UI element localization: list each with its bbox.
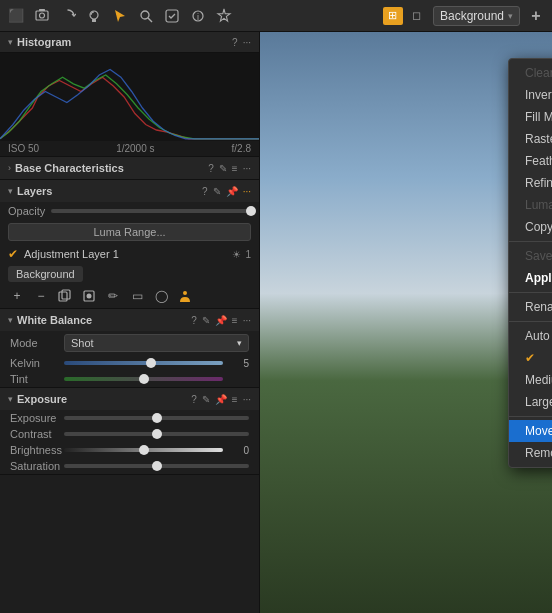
wb-dots[interactable]: ··· [243,315,251,326]
exposure-section: ▾ Exposure ? ✎ 📌 ≡ ··· Exposure Contrast [0,388,259,475]
exposure-slider[interactable] [64,416,249,420]
chevron-down-icon: ▾ [508,11,513,21]
tool-icon-2[interactable] [58,6,78,26]
menu-item-large-size[interactable]: Large Size [509,391,552,413]
menu-item-luma-range[interactable]: Luma Range... [509,194,552,216]
exp-dots[interactable]: ··· [243,394,251,405]
menu-item-invert-mask[interactable]: Invert Mask [509,84,552,106]
menu-item-refine-mask[interactable]: Refine Mask... [509,172,552,194]
mask-icon[interactable] [80,287,98,305]
base-char-header: › Base Characteristics ? ✎ ≡ ··· [0,157,259,179]
menu-item-small-size[interactable]: ✔ Small Size [509,347,552,369]
layers-question[interactable]: ? [202,186,208,197]
contrast-label: Contrast [10,428,58,440]
list-icon[interactable]: ◻ [407,7,427,25]
wb-mode-label: Mode [10,337,58,349]
exp-question[interactable]: ? [191,394,197,405]
wb-edit[interactable]: ✎ [202,315,210,326]
wb-header: ▾ White Balance ? ✎ 📌 ≡ ··· [0,309,259,331]
bc-dots[interactable]: ··· [243,163,251,174]
wb-more[interactable]: ≡ [232,315,238,326]
menu-item-save-adjustments[interactable]: Save Adjustments as Style... [509,245,552,267]
exposure-icons: ? ✎ 📌 ≡ ··· [191,394,251,405]
circle-select-icon[interactable]: ◯ [152,287,170,305]
bc-question[interactable]: ? [208,163,214,174]
tool-icon-6[interactable] [162,6,182,26]
tool-icon-4[interactable] [110,6,130,26]
menu-item-copy-mask-from[interactable]: Copy Mask From ▶ [509,216,552,238]
layers-chevron[interactable]: ▾ [8,186,13,196]
exp-edit[interactable]: ✎ [202,394,210,405]
layers-edit[interactable]: ✎ [213,186,221,197]
contrast-slider[interactable] [64,432,249,436]
background-dropdown[interactable]: Background ▾ [433,6,520,26]
bg-label: Background [440,9,504,23]
wb-pin[interactable]: 📌 [215,315,227,326]
kelvin-label: Kelvin [10,357,58,369]
tool-icons: ⬛ i [6,6,377,26]
exp-pin[interactable]: 📌 [215,394,227,405]
layer-check-icon: ✔ [8,247,18,261]
paint-icon[interactable]: ✏ [104,287,122,305]
base-char-icons: ? ✎ ≡ ··· [208,163,251,174]
exp-more[interactable]: ≡ [232,394,238,405]
bc-edit[interactable]: ✎ [219,163,227,174]
exposure-chevron[interactable]: ▾ [8,394,13,404]
base-char-chevron[interactable]: › [8,163,11,173]
tool-icon-7[interactable]: i [188,6,208,26]
wb-question[interactable]: ? [191,315,197,326]
menu-item-clear-mask[interactable]: Clear Mask [509,62,552,84]
tool-icon-1[interactable] [32,6,52,26]
brightness-label: Brightness [10,444,58,456]
brightness-slider[interactable] [64,448,223,452]
menu-item-rename[interactable]: Rename [509,296,552,318]
wb-mode-row: Mode Shot ▾ [0,331,259,355]
wb-title: White Balance [17,314,187,326]
wb-chevron-down: ▾ [237,338,242,348]
kelvin-slider[interactable] [64,361,223,365]
delete-layer-icon[interactable]: − [32,287,50,305]
tool-icon-5[interactable] [136,6,156,26]
tool-icon-8[interactable] [214,6,234,26]
more-icon[interactable]: ··· [243,37,251,48]
menu-item-feather-mask[interactable]: Feather Mask... [509,150,552,172]
shutter-label: 1/2000 s [116,143,154,154]
bc-more[interactable]: ≡ [232,163,238,174]
layers-more[interactable]: ··· [243,186,251,197]
layers-title: Layers [17,185,198,197]
rect-icon[interactable]: ▭ [128,287,146,305]
svg-point-6 [141,11,149,19]
person-icon[interactable] [176,287,194,305]
main-content: ▾ Histogram ? ··· ISO 50 1 [0,32,552,613]
layers-pin[interactable]: 📌 [226,186,238,197]
tool-icon-0[interactable]: ⬛ [6,6,26,26]
wb-mode-dropdown[interactable]: Shot ▾ [64,334,249,352]
histogram-chevron[interactable]: ▾ [8,37,13,47]
toolbar-right: ⊞ ◻ Background ▾ + [383,6,546,26]
copy-layer-icon[interactable] [56,287,74,305]
luma-range-button[interactable]: Luma Range... [8,223,251,241]
tool-icon-3[interactable] [84,6,104,26]
menu-item-fill-mask[interactable]: Fill Mask [509,106,552,128]
wb-chevron[interactable]: ▾ [8,315,13,325]
menu-item-move-tool[interactable]: Move Tool to Pinned Area [509,420,552,442]
context-menu: Clear Mask Invert Mask Fill Mask Rasteri… [508,58,552,468]
exposure-header: ▾ Exposure ? ✎ 📌 ≡ ··· [0,388,259,410]
opacity-slider[interactable] [51,209,251,213]
tint-slider[interactable] [64,377,223,381]
histogram-title: Histogram [17,36,228,48]
svg-rect-0 [36,11,48,20]
wb-icons: ? ✎ 📌 ≡ ··· [191,315,251,326]
bg-tag[interactable]: Background [8,266,83,282]
menu-item-remove-tool[interactable]: Remove Tool [509,442,552,464]
menu-item-auto-size[interactable]: Auto Size [509,325,552,347]
add-button[interactable]: + [526,6,546,26]
iso-label: ISO 50 [8,143,39,154]
menu-item-medium-size[interactable]: Medium Size [509,369,552,391]
question-icon[interactable]: ? [232,37,238,48]
menu-item-rasterize-mask[interactable]: Rasterize Mask [509,128,552,150]
saturation-slider[interactable] [64,464,249,468]
grid-icon[interactable]: ⊞ [383,7,403,25]
add-layer-icon[interactable]: + [8,287,26,305]
menu-item-apply-adjustments[interactable]: Apply Adjustments From ▶ [509,267,552,289]
